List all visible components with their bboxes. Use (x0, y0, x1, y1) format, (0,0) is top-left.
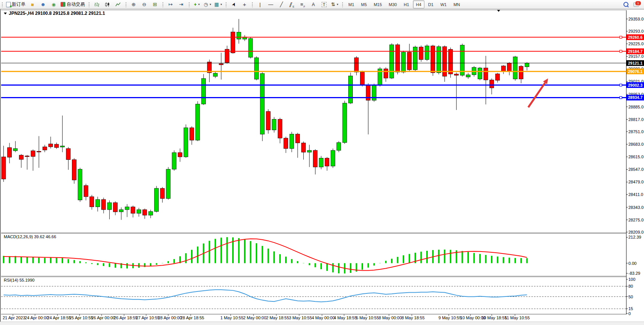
svg-text:2 May 00:00: 2 May 00:00 (243, 315, 266, 320)
toolbar-grip[interactable] (225, 2, 227, 7)
bar-chart-button[interactable] (92, 0, 102, 8)
svg-text:29225.0: 29225.0 (628, 41, 644, 46)
timeframe-h4[interactable]: H4 (413, 0, 424, 8)
timeframe-w1[interactable]: W1 (437, 0, 450, 8)
svg-text:29121.1: 29121.1 (628, 61, 642, 65)
toolbar-grip[interactable] (162, 2, 164, 7)
svg-text:28683.0: 28683.0 (628, 142, 644, 147)
toolbar-grip[interactable] (341, 2, 343, 7)
price-line-28934.7[interactable]: 28934.7 (1, 95, 644, 100)
price-chart-canvas[interactable]: 29359.029293.029225.029157.029089.029021… (1, 10, 644, 322)
horizontal-line-button[interactable]: — (266, 0, 276, 8)
notifications-button[interactable]: 1 (632, 0, 644, 8)
zoom-in-button[interactable]: ⊕ (129, 0, 139, 8)
toolbar-grip[interactable] (251, 2, 253, 7)
candlestick-chart-button[interactable] (102, 0, 112, 8)
svg-text:8 May 18:55: 8 May 18:55 (402, 315, 425, 320)
vertical-line-icon: | (260, 2, 261, 7)
line-chart-button[interactable] (113, 0, 123, 8)
arrows-button[interactable]: ⇅▾ (330, 0, 340, 8)
svg-text:29157.0: 29157.0 (628, 54, 644, 59)
svg-text:28885.0: 28885.0 (628, 105, 644, 109)
channel-button[interactable]: ∥E (287, 0, 297, 8)
svg-text:25 Apr 10:55: 25 Apr 10:55 (69, 315, 93, 320)
timeframe-mn[interactable]: MN (450, 0, 463, 8)
price-line-29121.1[interactable]: 29121.1 (1, 60, 644, 66)
periods-button[interactable]: ◷▾ (202, 0, 212, 8)
svg-text:29260.6: 29260.6 (628, 35, 642, 40)
svg-text:28275.0: 28275.0 (628, 218, 644, 222)
search-icon (623, 2, 628, 7)
svg-text:29076.1: 29076.1 (628, 69, 642, 74)
cursor-icon: ➤ (230, 1, 237, 7)
chart-end-marker-icon[interactable] (497, 10, 500, 12)
svg-text:15: 15 (628, 306, 633, 311)
price-line-29002.3[interactable]: 29002.3 (1, 82, 644, 88)
price-line-29076.1[interactable]: 29076.1 (1, 69, 644, 74)
chart-shift-button[interactable]: ⇥ (176, 0, 186, 8)
tile-windows-button[interactable]: ⊞ (150, 0, 160, 8)
timeframe-m30[interactable]: M30 (386, 0, 400, 8)
accounts-button[interactable]: ☻ (38, 0, 48, 8)
status-bar (0, 322, 644, 325)
svg-text:28615.0: 28615.0 (628, 155, 644, 159)
svg-text:5 May 10:55: 5 May 10:55 (356, 315, 379, 320)
trendline-button[interactable]: ╱ (276, 0, 286, 8)
timeframe-m15[interactable]: M15 (371, 0, 385, 8)
zoom-out-button[interactable]: ⊖ (139, 0, 149, 8)
autotrading-button[interactable]: 自动交易 (59, 0, 86, 8)
toolbar-grip[interactable] (1, 2, 3, 7)
chart-window[interactable]: 29359.029293.029225.029157.029089.029021… (0, 9, 644, 322)
chevron-down-icon: ▾ (220, 3, 222, 6)
toolbar-grip[interactable] (125, 2, 127, 7)
chart-title-dropdown-icon[interactable] (4, 13, 7, 14)
indicators-button[interactable]: +▾ (192, 0, 202, 8)
signals-button[interactable]: ◉ (49, 0, 59, 8)
cursor-button[interactable]: ➤ (229, 0, 239, 8)
macd-indicator-label: MACD(12,26,9) 39.62 46.66 (4, 234, 56, 239)
svg-text:100: 100 (628, 277, 635, 282)
svg-text:26 Apr 18:55: 26 Apr 18:55 (114, 315, 137, 320)
svg-text:29293.0: 29293.0 (628, 29, 644, 33)
horizontal-line-icon: — (268, 2, 273, 7)
svg-text:24 Apr 00:00: 24 Apr 00:00 (25, 315, 48, 320)
templates-button[interactable]: ▦▾ (213, 0, 223, 8)
arrow-annotation[interactable] (528, 78, 548, 107)
autotrading-label: 自动交易 (67, 1, 85, 8)
svg-text:10 May 18:55: 10 May 18:55 (481, 315, 507, 320)
rsi-panel: 1008050150 (1, 277, 635, 316)
timeframe-d1[interactable]: D1 (425, 0, 437, 8)
toolbar-grip[interactable] (88, 2, 90, 7)
svg-text:80: 80 (628, 284, 633, 288)
template-icon: ▦ (214, 2, 219, 7)
crosshair-button[interactable]: + (239, 0, 249, 8)
timeframe-h1[interactable]: H1 (401, 0, 412, 8)
text-button[interactable]: A (308, 0, 318, 8)
macd-panel: 212.390.00-83.29 (4, 235, 641, 276)
svg-text:11 May 10:55: 11 May 10:55 (505, 315, 530, 320)
market-watch-button[interactable]: ◆ (27, 0, 37, 8)
zoom-in-icon: ⊕ (132, 2, 136, 7)
toolbar-grip[interactable] (188, 2, 190, 7)
price-line-29184.7[interactable]: 29184.7 (1, 48, 644, 54)
label-button[interactable]: T (319, 0, 329, 8)
chart-title: JPN225-,H4 29100.8 29125.8 29081.2 29121… (4, 11, 105, 16)
label-icon: T (322, 2, 327, 7)
macd-signal-line (4, 239, 527, 270)
new-order-button[interactable]: 新订单 (5, 0, 27, 8)
timeframe-m1[interactable]: M1 (345, 0, 357, 8)
candles (2, 19, 529, 220)
vertical-line-button[interactable]: | (255, 0, 265, 8)
search-button[interactable] (622, 0, 631, 8)
timeframe-m5[interactable]: M5 (358, 0, 370, 8)
svg-text:0.00: 0.00 (628, 261, 636, 266)
time-axis[interactable]: 21 Apr 202324 Apr 00:0024 Apr 18:5525 Ap… (3, 314, 530, 320)
svg-text:28547.0: 28547.0 (628, 167, 644, 172)
svg-text:28817.0: 28817.0 (628, 117, 644, 122)
auto-scroll-button[interactable]: ↦ (166, 0, 175, 8)
fibonacci-button[interactable]: ≡F (298, 0, 308, 8)
svg-text:3 May 10:55: 3 May 10:55 (289, 315, 312, 320)
svg-text:8 May 00:00: 8 May 00:00 (379, 315, 402, 320)
chart-title-text: JPN225-,H4 29100.8 29125.8 29081.2 29121… (9, 11, 105, 16)
price-line-29260.6[interactable]: 29260.6 (1, 34, 644, 40)
